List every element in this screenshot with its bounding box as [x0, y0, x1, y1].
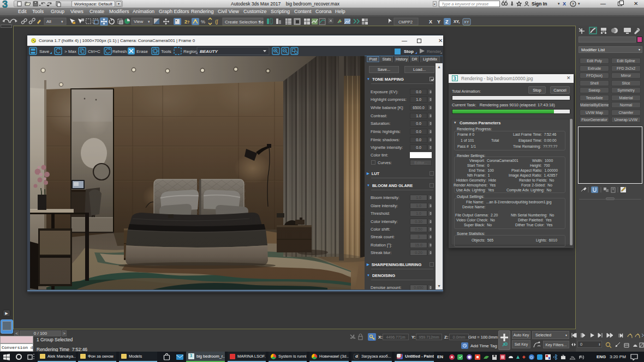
- svg-text:Ctrl+C: Ctrl+C: [88, 49, 100, 54]
- svg-text:BEAUTY: BEAUTY: [200, 49, 218, 54]
- svg-text:Y: Y: [437, 19, 440, 25]
- svg-text:▾: ▾: [259, 20, 261, 23]
- svg-text:Save: Save: [39, 49, 50, 54]
- svg-text:CMPP2: CMPP2: [398, 20, 413, 25]
- svg-text:▾: ▾: [148, 20, 150, 23]
- svg-text:G: G: [530, 355, 533, 359]
- svg-text:XY,: XY,: [454, 19, 460, 24]
- svg-text:Z: Z: [445, 19, 449, 25]
- svg-text:▾: ▾: [578, 2, 580, 5]
- svg-text:Erase: Erase: [136, 49, 148, 54]
- svg-text:▾: ▾: [558, 2, 560, 5]
- svg-text:(ʃ: (ʃ: [215, 19, 218, 25]
- svg-text:X: X: [563, 1, 566, 7]
- svg-text:X: X: [429, 19, 432, 25]
- svg-text:Sign In: Sign In: [532, 1, 547, 7]
- svg-text:Region: Region: [183, 49, 197, 54]
- svg-text:▾: ▾: [61, 20, 63, 23]
- svg-text:Stop: Stop: [404, 49, 414, 54]
- svg-text:Create Selection Se: Create Selection Se: [225, 20, 264, 25]
- svg-text:2?: 2?: [184, 19, 189, 25]
- svg-text:XY: XY: [464, 20, 469, 24]
- svg-text:?: ?: [572, 2, 575, 7]
- svg-text:All: All: [46, 19, 51, 24]
- svg-text:> Max: > Max: [64, 49, 76, 54]
- svg-text:View: View: [134, 19, 143, 24]
- svg-text:Tools: Tools: [161, 49, 171, 54]
- svg-text:Refresh: Refresh: [112, 49, 127, 54]
- svg-text:%: %: [201, 19, 205, 25]
- svg-text:Render: Render: [427, 49, 442, 54]
